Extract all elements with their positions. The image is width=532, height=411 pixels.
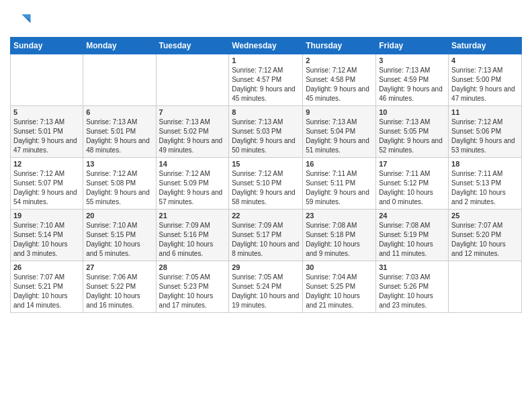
day-info: Sunrise: 7:10 AM Sunset: 5:15 PM Dayligh… (86, 221, 152, 259)
calendar-header: SundayMondayTuesdayWednesdayThursdayFrid… (11, 38, 522, 54)
day-number: 2 (306, 56, 373, 64)
calendar-table: SundayMondayTuesdayWednesdayThursdayFrid… (10, 37, 522, 313)
day-info: Sunrise: 7:12 AM Sunset: 5:10 PM Dayligh… (232, 169, 300, 207)
calendar-week-3: 12Sunrise: 7:12 AM Sunset: 5:07 PM Dayli… (11, 158, 522, 210)
calendar-cell: 30Sunrise: 7:04 AM Sunset: 5:25 PM Dayli… (303, 261, 376, 313)
calendar-cell: 16Sunrise: 7:11 AM Sunset: 5:11 PM Dayli… (303, 158, 376, 210)
calendar-cell: 13Sunrise: 7:12 AM Sunset: 5:08 PM Dayli… (83, 158, 156, 210)
day-info: Sunrise: 7:13 AM Sunset: 5:04 PM Dayligh… (306, 118, 373, 155)
weekday-header-saturday: Saturday (449, 38, 522, 54)
day-info: Sunrise: 7:12 AM Sunset: 5:09 PM Dayligh… (159, 169, 226, 207)
day-info: Sunrise: 7:03 AM Sunset: 5:26 PM Dayligh… (379, 273, 445, 310)
weekday-header-friday: Friday (376, 38, 449, 54)
day-info: Sunrise: 7:08 AM Sunset: 5:19 PM Dayligh… (379, 221, 445, 259)
day-info: Sunrise: 7:06 AM Sunset: 5:22 PM Dayligh… (86, 273, 152, 310)
day-info: Sunrise: 7:13 AM Sunset: 5:01 PM Dayligh… (13, 118, 80, 155)
day-info: Sunrise: 7:08 AM Sunset: 5:18 PM Dayligh… (306, 221, 373, 259)
calendar-cell: 23Sunrise: 7:08 AM Sunset: 5:18 PM Dayli… (303, 210, 376, 261)
header (10, 7, 522, 32)
day-number: 13 (86, 160, 152, 168)
day-info: Sunrise: 7:12 AM Sunset: 5:08 PM Dayligh… (86, 169, 152, 207)
day-number: 19 (13, 212, 80, 220)
day-number: 18 (451, 160, 519, 168)
calendar-cell (449, 261, 522, 313)
calendar-cell (156, 54, 229, 106)
calendar-cell: 2Sunrise: 7:12 AM Sunset: 4:58 PM Daylig… (303, 54, 376, 106)
calendar-cell: 11Sunrise: 7:12 AM Sunset: 5:06 PM Dayli… (449, 106, 522, 158)
day-number: 8 (232, 108, 300, 116)
day-info: Sunrise: 7:13 AM Sunset: 5:03 PM Dayligh… (232, 118, 300, 155)
day-info: Sunrise: 7:10 AM Sunset: 5:14 PM Dayligh… (13, 221, 80, 259)
day-number: 9 (306, 108, 373, 116)
weekday-header-tuesday: Tuesday (156, 38, 229, 54)
calendar-cell: 31Sunrise: 7:03 AM Sunset: 5:26 PM Dayli… (376, 261, 449, 313)
day-number: 22 (232, 212, 300, 220)
calendar-cell: 1Sunrise: 7:12 AM Sunset: 4:57 PM Daylig… (229, 54, 303, 106)
calendar-cell (11, 54, 83, 106)
day-info: Sunrise: 7:12 AM Sunset: 4:57 PM Dayligh… (232, 66, 300, 103)
day-info: Sunrise: 7:13 AM Sunset: 5:05 PM Dayligh… (379, 118, 445, 155)
weekday-header-row: SundayMondayTuesdayWednesdayThursdayFrid… (11, 38, 522, 54)
calendar-cell: 28Sunrise: 7:05 AM Sunset: 5:23 PM Dayli… (156, 261, 229, 313)
calendar-week-5: 26Sunrise: 7:07 AM Sunset: 5:21 PM Dayli… (11, 261, 522, 313)
calendar-cell: 26Sunrise: 7:07 AM Sunset: 5:21 PM Dayli… (11, 261, 83, 313)
day-number: 16 (306, 160, 373, 168)
calendar-cell: 9Sunrise: 7:13 AM Sunset: 5:04 PM Daylig… (303, 106, 376, 158)
calendar-cell: 19Sunrise: 7:10 AM Sunset: 5:14 PM Dayli… (11, 210, 83, 261)
weekday-header-monday: Monday (83, 38, 156, 54)
calendar-cell: 25Sunrise: 7:07 AM Sunset: 5:20 PM Dayli… (449, 210, 522, 261)
day-info: Sunrise: 7:12 AM Sunset: 4:58 PM Dayligh… (306, 66, 373, 103)
day-number: 10 (379, 108, 445, 116)
calendar-cell: 8Sunrise: 7:13 AM Sunset: 5:03 PM Daylig… (229, 106, 303, 158)
day-number: 3 (379, 56, 445, 64)
calendar-cell: 10Sunrise: 7:13 AM Sunset: 5:05 PM Dayli… (376, 106, 449, 158)
day-info: Sunrise: 7:12 AM Sunset: 5:06 PM Dayligh… (451, 118, 519, 155)
day-info: Sunrise: 7:07 AM Sunset: 5:21 PM Dayligh… (13, 273, 80, 310)
day-info: Sunrise: 7:11 AM Sunset: 5:12 PM Dayligh… (379, 169, 445, 207)
calendar-cell: 18Sunrise: 7:11 AM Sunset: 5:13 PM Dayli… (449, 158, 522, 210)
page: SundayMondayTuesdayWednesdayThursdayFrid… (0, 0, 532, 323)
calendar-cell: 14Sunrise: 7:12 AM Sunset: 5:09 PM Dayli… (156, 158, 229, 210)
calendar-cell: 27Sunrise: 7:06 AM Sunset: 5:22 PM Dayli… (83, 261, 156, 313)
day-info: Sunrise: 7:05 AM Sunset: 5:24 PM Dayligh… (232, 273, 300, 310)
day-number: 31 (379, 263, 445, 271)
calendar-cell: 20Sunrise: 7:10 AM Sunset: 5:15 PM Dayli… (83, 210, 156, 261)
weekday-header-wednesday: Wednesday (229, 38, 303, 54)
day-info: Sunrise: 7:04 AM Sunset: 5:25 PM Dayligh… (306, 273, 373, 310)
day-number: 24 (379, 212, 445, 220)
calendar-cell: 21Sunrise: 7:09 AM Sunset: 5:16 PM Dayli… (156, 210, 229, 261)
day-info: Sunrise: 7:05 AM Sunset: 5:23 PM Dayligh… (159, 273, 226, 310)
day-number: 30 (306, 263, 373, 271)
calendar-week-4: 19Sunrise: 7:10 AM Sunset: 5:14 PM Dayli… (11, 210, 522, 261)
calendar-cell: 4Sunrise: 7:13 AM Sunset: 5:00 PM Daylig… (449, 54, 522, 106)
calendar-cell: 29Sunrise: 7:05 AM Sunset: 5:24 PM Dayli… (229, 261, 303, 313)
day-number: 17 (379, 160, 445, 168)
logo (10, 10, 34, 32)
day-info: Sunrise: 7:13 AM Sunset: 4:59 PM Dayligh… (379, 66, 445, 103)
day-info: Sunrise: 7:07 AM Sunset: 5:20 PM Dayligh… (451, 221, 519, 259)
calendar-cell: 24Sunrise: 7:08 AM Sunset: 5:19 PM Dayli… (376, 210, 449, 261)
calendar-cell: 3Sunrise: 7:13 AM Sunset: 4:59 PM Daylig… (376, 54, 449, 106)
calendar-cell: 12Sunrise: 7:12 AM Sunset: 5:07 PM Dayli… (11, 158, 83, 210)
day-number: 23 (306, 212, 373, 220)
logo-icon (10, 10, 32, 32)
calendar-cell: 7Sunrise: 7:13 AM Sunset: 5:02 PM Daylig… (156, 106, 229, 158)
day-number: 12 (13, 160, 80, 168)
weekday-header-sunday: Sunday (11, 38, 83, 54)
day-number: 26 (13, 263, 80, 271)
day-number: 25 (451, 212, 519, 220)
day-info: Sunrise: 7:13 AM Sunset: 5:01 PM Dayligh… (86, 118, 152, 155)
day-info: Sunrise: 7:09 AM Sunset: 5:17 PM Dayligh… (232, 221, 300, 259)
day-number: 4 (451, 56, 519, 64)
weekday-header-thursday: Thursday (303, 38, 376, 54)
day-number: 20 (86, 212, 152, 220)
day-number: 15 (232, 160, 300, 168)
calendar-body: 1Sunrise: 7:12 AM Sunset: 4:57 PM Daylig… (11, 54, 522, 313)
day-number: 6 (86, 108, 152, 116)
day-info: Sunrise: 7:11 AM Sunset: 5:13 PM Dayligh… (451, 169, 519, 207)
day-number: 28 (159, 263, 226, 271)
day-number: 21 (159, 212, 226, 220)
calendar-week-2: 5Sunrise: 7:13 AM Sunset: 5:01 PM Daylig… (11, 106, 522, 158)
calendar-cell: 5Sunrise: 7:13 AM Sunset: 5:01 PM Daylig… (11, 106, 83, 158)
day-number: 11 (451, 108, 519, 116)
